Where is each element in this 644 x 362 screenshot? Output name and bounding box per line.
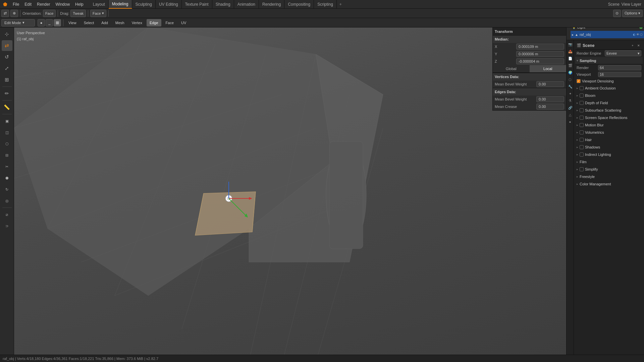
view-menu[interactable]: View [65, 19, 79, 26]
tab-layout[interactable]: Layout [90, 0, 109, 9]
tool-transform[interactable]: ⊞ [2, 74, 12, 85]
sampling-section-header[interactable]: ▾ Sampling [575, 57, 643, 64]
tab-shading[interactable]: Shading [212, 0, 234, 9]
menu-file[interactable]: File [10, 0, 22, 9]
motion-blur-toggle[interactable] [580, 123, 584, 127]
scene-add[interactable]: + [630, 43, 635, 48]
tool-cursor[interactable]: ⊹ [2, 29, 12, 40]
freestyle-section[interactable]: ▸ Freestyle [575, 173, 643, 180]
prop-data[interactable]: △ [567, 111, 574, 118]
n-panel-z-value[interactable]: -0.000004 m [516, 58, 564, 64]
dof-toggle[interactable] [580, 101, 584, 105]
uv-menu[interactable]: UV [178, 19, 189, 26]
indirect-lighting-section[interactable]: ▸ Indirect Lighting [575, 151, 643, 158]
prop-constraints[interactable]: 🔗 [567, 104, 574, 111]
indirect-lighting-toggle[interactable] [580, 153, 584, 157]
shadows-section[interactable]: ▸ Shadows [575, 143, 643, 151]
tool-scale[interactable]: ⤢ [2, 63, 12, 74]
global-tab[interactable]: Global [493, 65, 530, 72]
add-menu[interactable]: Add [98, 19, 111, 26]
menu-edit[interactable]: Edit [22, 0, 34, 9]
render-engine-dropdown[interactable]: Eevee ▾ [605, 50, 641, 56]
3d-viewport[interactable]: User Perspective (1) raf_obj X Y Z [14, 27, 566, 355]
tab-scripting[interactable]: Scripting [314, 0, 337, 9]
prop-view-layer[interactable]: 📄 [567, 55, 574, 62]
film-section[interactable]: ▸ Film [575, 158, 643, 166]
edge-menu[interactable]: Edge [147, 19, 161, 26]
snap-tool[interactable]: ⊕ [10, 10, 18, 17]
outliner-item-raf-obj[interactable]: ▸ ▲ raf_obj ◐ 👁 ⬡ [571, 31, 644, 38]
tool-shear[interactable]: ⧄ [2, 209, 12, 220]
tool-rip[interactable]: ⊃ [2, 221, 12, 231]
options-btn[interactable]: Options ▾ [622, 10, 643, 17]
menu-help[interactable]: Help [72, 0, 86, 9]
add-workspace-button[interactable]: + [337, 2, 344, 7]
snap-dropdown[interactable]: Face ▾ [90, 10, 106, 17]
tool-annotate[interactable]: ✏ [2, 88, 12, 99]
tab-rendering[interactable]: Rendering [259, 0, 284, 9]
tab-sculpting[interactable]: Sculpting [132, 0, 156, 9]
prop-material[interactable]: ● [567, 118, 574, 125]
view-layer-selector[interactable]: View Layer [622, 2, 641, 7]
prop-scene[interactable]: 🎬 [567, 62, 574, 69]
prop-physics[interactable]: ⚗ [567, 97, 574, 104]
local-tab[interactable]: Local [530, 65, 567, 72]
tab-uv-editing[interactable]: UV Editing [156, 0, 182, 9]
prop-particle[interactable]: ✦ [567, 90, 574, 97]
n-panel-median-header[interactable]: Median: [493, 36, 566, 43]
tool-move[interactable]: ⇄ [2, 40, 12, 51]
prop-render[interactable]: 📷 [567, 41, 574, 48]
scene-selector[interactable]: Scene [608, 2, 620, 7]
color-management-section[interactable]: ▸ Color Management [575, 180, 643, 188]
n-panel-vertices-header[interactable]: Vertices Data: [493, 73, 566, 80]
tab-compositing[interactable]: Compositing [284, 0, 314, 9]
simplify-toggle[interactable] [580, 167, 584, 171]
select-menu[interactable]: Select [81, 19, 97, 26]
tool-poly-build[interactable]: ⬢ [2, 173, 12, 183]
tab-texture-paint[interactable]: Texture Paint [182, 0, 212, 9]
vertex-menu[interactable]: Vertex [129, 19, 145, 26]
subsurface-scattering-section[interactable]: ▸ Subsurface Scattering [575, 107, 643, 114]
tool-measure[interactable]: 📏 [2, 102, 12, 113]
volumetrics-section[interactable]: ▸ Volumetrics [575, 129, 643, 136]
n-panel-y-value[interactable]: 0.000006 m [516, 51, 564, 57]
prop-modifier[interactable]: 🔧 [567, 83, 574, 90]
tool-smooth[interactable]: ◎ [2, 195, 12, 206]
transform-tool[interactable]: ⇄ [1, 10, 9, 17]
sss-toggle[interactable] [580, 108, 584, 112]
prop-world[interactable]: 🌍 [567, 69, 574, 76]
drag-dropdown[interactable]: Tweak [70, 10, 86, 17]
ssr-toggle[interactable] [580, 116, 584, 120]
tab-animation[interactable]: Animation [234, 0, 259, 9]
tool-inset[interactable]: ◫ [2, 127, 12, 138]
tool-extrude[interactable]: ▣ [2, 116, 12, 126]
n-panel-edges-header[interactable]: Edges Data: [493, 88, 566, 96]
prop-output[interactable]: 📤 [567, 48, 574, 55]
e-mean-crease-value[interactable]: 0.00 [536, 104, 564, 110]
n-panel-x-value[interactable]: 0.000109 m [516, 44, 564, 50]
tool-rotate[interactable]: ↺ [2, 52, 12, 62]
viewport-denoising-checkbox[interactable]: ✓ [577, 79, 581, 83]
prop-object[interactable]: ⬡ [567, 76, 574, 83]
screen-space-reflections-section[interactable]: ▸ Screen Space Reflections [575, 114, 643, 121]
tool-loop-cut[interactable]: ⊟ [2, 150, 12, 161]
bloom-section[interactable]: ▸ Bloom [575, 92, 643, 99]
orientation-dropdown[interactable]: Face [43, 10, 56, 17]
mesh-menu[interactable]: Mesh [112, 19, 127, 26]
ambient-occlusion-section[interactable]: ▸ Ambient Occlusion [575, 84, 643, 92]
v-mean-bevel-value[interactable]: 0.00 [536, 81, 564, 87]
viewport-samples-value[interactable]: 16 [598, 72, 641, 77]
shadows-toggle[interactable] [580, 145, 584, 149]
simplify-section[interactable]: ▸ Simplify [575, 166, 643, 173]
render-samples-value[interactable]: 64 [598, 65, 641, 70]
tool-knife[interactable]: ✂ [2, 161, 12, 172]
face-select[interactable]: ▦ [54, 19, 61, 26]
face-menu[interactable]: Face [163, 19, 177, 26]
edge-select[interactable]: ⎯ [46, 19, 53, 26]
proportional-edit[interactable]: ⊙ [613, 10, 621, 17]
menu-window[interactable]: Window [53, 0, 72, 9]
tool-bevel[interactable]: ⬡ [2, 138, 12, 149]
scene-remove[interactable]: ✕ [636, 43, 641, 48]
ambient-occlusion-toggle[interactable] [580, 86, 584, 90]
tool-spin[interactable]: ↻ [2, 184, 12, 195]
